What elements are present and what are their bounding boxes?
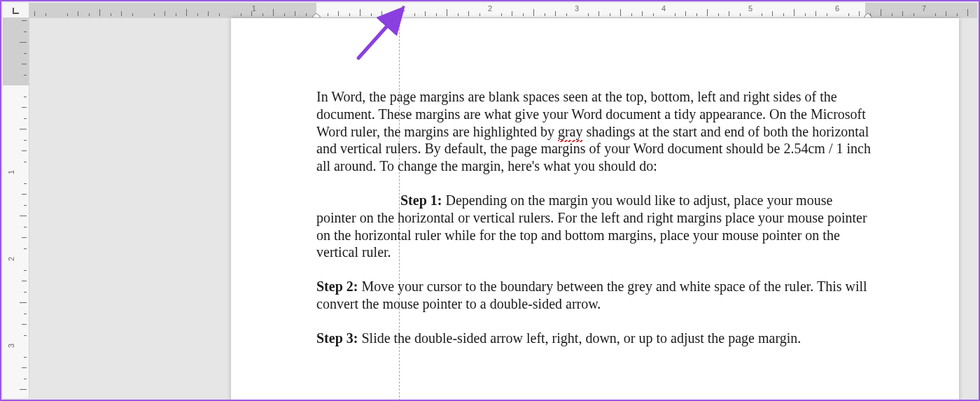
v-ruler-tick (22, 237, 27, 238)
v-ruler-tick (20, 216, 27, 216)
horizontal-ruler[interactable]: 11234567 (29, 3, 977, 18)
v-ruler-tick (20, 42, 27, 43)
h-ruler-tick (414, 13, 415, 16)
paragraph-step-3[interactable]: Step 3: Slide the double-sided arrow lef… (316, 330, 874, 347)
h-ruler-tick (121, 11, 122, 16)
h-ruler-tick (783, 13, 784, 16)
h-ruler-tick (382, 11, 382, 16)
h-ruler-tick (913, 13, 914, 16)
h-ruler-number: 2 (488, 5, 492, 13)
h-ruler-tick (653, 13, 654, 16)
vertical-ruler[interactable]: 123 (3, 18, 29, 398)
v-ruler-tick (24, 97, 27, 97)
h-ruler-tick (164, 11, 165, 16)
h-ruler-tick (436, 13, 437, 16)
v-ruler-tick (22, 194, 27, 195)
h-ruler-tick (957, 13, 958, 16)
v-ruler-tick (24, 31, 27, 32)
h-ruler-tick (295, 11, 295, 16)
h-ruler-tick (349, 13, 350, 16)
h-ruler-tick (251, 11, 252, 16)
spellcheck-squiggle[interactable]: gray (558, 123, 583, 141)
right-indent-marker[interactable] (864, 13, 872, 18)
h-ruler-number: 5 (748, 5, 752, 13)
left-indent-marker[interactable] (312, 13, 321, 18)
h-ruler-tick (89, 13, 90, 16)
v-ruler-top-margin[interactable] (3, 18, 29, 85)
h-ruler-tick (848, 13, 849, 16)
h-ruler-tick (610, 13, 610, 16)
h-ruler-tick (186, 9, 187, 16)
v-ruler-tick (24, 183, 27, 184)
paragraph-step-2[interactable]: Step 2: Move your cursor to the boundary… (316, 278, 874, 313)
h-ruler-tick (827, 13, 827, 16)
h-ruler-tick (892, 13, 892, 16)
h-ruler-tick (360, 9, 360, 16)
h-ruler-tick (805, 13, 806, 16)
h-ruler-tick (468, 11, 469, 16)
h-ruler-tick (675, 13, 676, 16)
v-ruler-tick (24, 227, 27, 227)
tab-stop-icon (12, 6, 20, 15)
h-ruler-tick (479, 13, 480, 16)
v-ruler-tick (24, 314, 27, 314)
h-ruler-tick (338, 11, 339, 16)
h-ruler-tick (772, 11, 773, 16)
h-ruler-tick (46, 13, 46, 16)
h-ruler-tick (306, 13, 307, 16)
v-ruler-tick (24, 162, 27, 162)
v-ruler-tick (24, 357, 27, 358)
h-ruler-tick (99, 9, 100, 16)
h-ruler-number: 1 (401, 5, 405, 13)
h-ruler-tick (740, 13, 741, 16)
h-ruler-tick (241, 13, 241, 16)
h-ruler-tick (284, 13, 285, 16)
h-ruler-tick (34, 11, 35, 16)
h-ruler-tick (816, 11, 816, 16)
v-ruler-tick (24, 75, 27, 76)
h-ruler-tick (870, 13, 871, 16)
h-ruler-tick (111, 13, 111, 16)
v-ruler-tick (20, 389, 27, 390)
step-3-body: Slide the double-sided arrow left, right… (358, 330, 801, 346)
h-ruler-tick (533, 9, 534, 16)
paragraph-intro[interactable]: In Word, the page margins are blank spac… (316, 88, 874, 175)
v-ruler-tick (20, 302, 27, 303)
h-ruler-tick (512, 11, 512, 16)
h-ruler-tick (555, 11, 556, 16)
h-ruler-tick (78, 11, 78, 16)
document-page: In Word, the page margins are blank spac… (231, 18, 959, 401)
v-ruler-number: 1 (8, 170, 15, 174)
h-ruler-number: 1 (252, 5, 256, 13)
v-ruler-number: 2 (8, 257, 15, 261)
v-ruler-tick (22, 367, 27, 368)
h-ruler-tick (642, 11, 643, 16)
v-ruler-tick (22, 324, 27, 325)
h-ruler-tick (371, 13, 372, 16)
document-body[interactable]: In Word, the page margins are blank spac… (316, 88, 874, 364)
h-ruler-tick (67, 13, 68, 16)
h-ruler-tick (425, 11, 426, 16)
step-2-label: Step 2: (316, 279, 358, 294)
h-ruler-tick (598, 11, 599, 16)
h-ruler-tick (132, 13, 133, 16)
step-1-body: Depending on the margin you would like t… (316, 192, 867, 260)
h-ruler-tick (458, 13, 458, 16)
step-3-label: Step 3: (316, 330, 358, 346)
h-ruler-tick (685, 11, 686, 16)
h-ruler-tick (902, 11, 903, 16)
h-ruler-tick (881, 9, 881, 16)
h-ruler-tick (219, 13, 220, 16)
v-ruler-tick (24, 118, 27, 119)
v-ruler-tick (24, 379, 27, 379)
h-ruler-tick (501, 13, 502, 16)
h-ruler-tick (859, 11, 860, 16)
h-ruler-tick (176, 13, 176, 16)
h-ruler-tick (794, 9, 794, 16)
h-ruler-tick (262, 13, 263, 16)
paragraph-step-1[interactable]: Step 1: Depending on the margin you woul… (316, 192, 874, 261)
h-ruler-tick (273, 9, 274, 16)
v-ruler-tick (22, 281, 27, 281)
h-ruler-tick (523, 13, 524, 16)
h-ruler-tick (762, 13, 762, 16)
